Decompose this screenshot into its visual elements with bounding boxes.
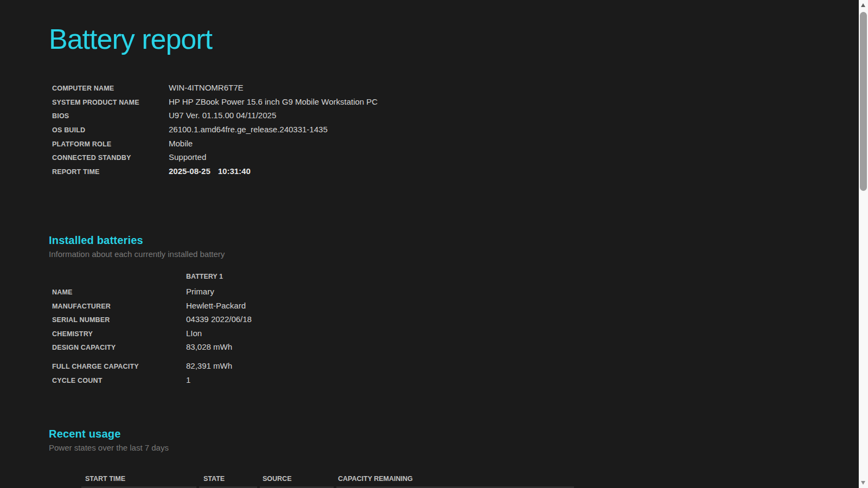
- recent-usage-heading: Recent usage: [49, 428, 846, 440]
- column-header-capacity-remaining: CAPACITY REMAINING: [338, 475, 413, 483]
- system-info-value: U97 Ver. 01.15.00 04/11/2025: [169, 111, 276, 120]
- battery-value: 83,028 mWh: [186, 342, 232, 351]
- system-info-row: PLATFORM ROLE Mobile: [49, 139, 846, 153]
- report-time-value: 2025-08-2510:31:40: [169, 166, 251, 176]
- system-info-value: WIN-4ITNOMR6T7E: [169, 83, 244, 92]
- system-info-row: OS BUILD 26100.1.amd64fre.ge_release.240…: [49, 125, 846, 139]
- spacer: [49, 180, 846, 234]
- report-date: 2025-08-25: [169, 166, 210, 176]
- battery-label: FULL CHARGE CAPACITY: [52, 363, 186, 370]
- system-info-row: CONNECTED STANDBY Supported: [49, 152, 846, 166]
- system-info-label: BIOS: [52, 112, 169, 120]
- column-header-source: SOURCE: [263, 475, 338, 483]
- battery-value: Hewlett-Packard: [186, 301, 246, 310]
- system-info-value: Mobile: [169, 139, 193, 148]
- battery-report-page: Battery report COMPUTER NAME WIN-4ITNOMR…: [0, 24, 868, 483]
- battery-row: SERIAL NUMBER 04339 2022/06/18: [49, 314, 846, 329]
- battery-label: NAME: [52, 288, 186, 296]
- column-header-start-time: START TIME: [85, 475, 203, 483]
- battery-column-header: BATTERY 1: [49, 273, 846, 287]
- battery-row: DESIGN CAPACITY 83,028 mWh: [49, 342, 846, 356]
- system-info-row: SYSTEM PRODUCT NAME HP HP ZBook Power 15…: [49, 97, 846, 111]
- system-info-label: COMPUTER NAME: [52, 85, 169, 92]
- battery-row: CHEMISTRY LIon: [49, 329, 846, 343]
- battery-row: FULL CHARGE CAPACITY 82,391 mWh: [49, 361, 846, 375]
- battery-row: CYCLE COUNT 1: [49, 375, 846, 389]
- battery-table: BATTERY 1 NAME Primary MANUFACTURER Hewl…: [49, 273, 846, 389]
- battery-label: CYCLE COUNT: [52, 377, 186, 384]
- battery-label: MANUFACTURER: [52, 303, 186, 310]
- system-info-row: BIOS U97 Ver. 01.15.00 04/11/2025: [49, 111, 846, 125]
- system-info-label: CONNECTED STANDBY: [52, 154, 169, 162]
- battery-row: NAME Primary: [49, 287, 846, 301]
- column-header-state: STATE: [203, 475, 263, 483]
- scroll-up-arrow-icon[interactable]: [861, 3, 865, 7]
- system-info-row: COMPUTER NAME WIN-4ITNOMR6T7E: [49, 83, 846, 97]
- vertical-scrollbar[interactable]: [859, 0, 868, 488]
- recent-usage-table-header: START TIME STATE SOURCE CAPACITY REMAINI…: [85, 475, 846, 483]
- system-info-label: SYSTEM PRODUCT NAME: [52, 99, 169, 106]
- system-info-label: OS BUILD: [52, 126, 169, 134]
- battery-value: 82,391 mWh: [186, 361, 232, 370]
- battery-label: SERIAL NUMBER: [52, 316, 186, 324]
- spacer: [49, 389, 846, 428]
- installed-batteries-subtitle: Information about each currently install…: [49, 249, 846, 259]
- system-info-value: HP HP ZBook Power 15.6 inch G9 Mobile Wo…: [169, 97, 378, 106]
- system-info-value: 26100.1.amd64fre.ge_release.240331-1435: [169, 125, 328, 134]
- installed-batteries-section: Installed batteries Information about ea…: [49, 234, 846, 389]
- system-info-row: REPORT TIME 2025-08-2510:31:40: [49, 166, 846, 181]
- battery-value: 04339 2022/06/18: [186, 314, 252, 324]
- scroll-down-arrow-icon[interactable]: [861, 481, 865, 485]
- system-info-label: REPORT TIME: [52, 168, 169, 176]
- system-info-label: PLATFORM ROLE: [52, 140, 169, 148]
- recent-usage-section: Recent usage Power states over the last …: [49, 428, 846, 483]
- report-time: 10:31:40: [218, 166, 251, 176]
- battery-row: MANUFACTURER Hewlett-Packard: [49, 301, 846, 315]
- battery-label: DESIGN CAPACITY: [52, 344, 186, 351]
- battery-value: 1: [186, 375, 190, 384]
- scrollbar-thumb[interactable]: [860, 12, 867, 191]
- system-info-value: Supported: [169, 152, 206, 162]
- system-info-table: COMPUTER NAME WIN-4ITNOMR6T7E SYSTEM PRO…: [49, 83, 846, 180]
- recent-usage-subtitle: Power states over the last 7 days: [49, 443, 846, 452]
- battery-label: CHEMISTRY: [52, 330, 186, 338]
- page-title: Battery report: [49, 24, 846, 55]
- installed-batteries-heading: Installed batteries: [49, 234, 846, 247]
- battery-value: Primary: [186, 287, 214, 296]
- battery-value: LIon: [186, 329, 202, 338]
